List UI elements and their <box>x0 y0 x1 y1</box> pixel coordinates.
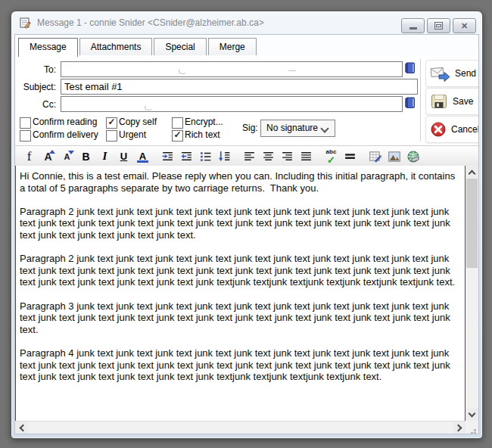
italic-button[interactable]: I <box>95 148 114 165</box>
indent-decrease-button[interactable] <box>177 148 196 165</box>
confirm-delivery-checkbox[interactable] <box>20 130 31 142</box>
cancel-red-x-icon <box>430 121 447 138</box>
paragraph-1: Hi Connie, this is a test email. Please … <box>20 170 458 194</box>
urgent-label: Urgent <box>119 129 146 141</box>
address-book-icon[interactable] <box>403 61 416 75</box>
indent-decrease-icon <box>180 150 193 163</box>
redacted-content <box>179 68 187 74</box>
tab-attachments[interactable]: Attachments <box>79 38 153 55</box>
cc-label: Cc: <box>17 97 56 113</box>
scroll-left-arrow[interactable] <box>15 422 28 434</box>
line-spacing-icon <box>218 150 231 163</box>
color-bar-icon <box>137 160 148 163</box>
insert-link-globe-icon <box>406 150 420 163</box>
horizontal-scrollbar[interactable] <box>15 421 466 434</box>
send-label: Send <box>455 68 476 79</box>
justify-icon <box>300 150 313 163</box>
minimize-button[interactable] <box>401 18 425 33</box>
insert-image-button[interactable] <box>385 148 403 165</box>
sig-label: Sig: <box>242 123 258 134</box>
resize-grip[interactable] <box>466 421 478 434</box>
send-envelope-icon <box>430 66 450 82</box>
font-color-button[interactable]: A <box>133 148 152 165</box>
confirm-reading-label: Confirm reading <box>33 117 97 128</box>
confirm-reading-checkbox[interactable] <box>20 117 31 129</box>
bullet-list-icon <box>199 150 212 163</box>
copy-self-label: Copy self <box>119 117 157 128</box>
scroll-up-arrow[interactable] <box>466 166 478 179</box>
to-label: To: <box>17 62 56 78</box>
increase-font-size-button[interactable]: A <box>39 148 58 165</box>
green-check-icon: ✓ <box>322 154 341 166</box>
cc-input[interactable] <box>61 96 403 112</box>
subject-input[interactable]: Test email #1 <box>61 79 418 95</box>
signature-select[interactable]: No signature <box>260 120 335 137</box>
scroll-down-arrow[interactable] <box>466 408 478 421</box>
message-body-editor: Hi Connie, this is a test email. Please … <box>15 166 478 434</box>
insert-table-button[interactable] <box>366 148 385 165</box>
insert-link-button[interactable] <box>403 148 422 165</box>
bullet-list-button[interactable] <box>196 148 215 165</box>
rich-text-checkbox[interactable]: ✓ <box>172 130 183 142</box>
indent-increase-button[interactable] <box>158 148 177 165</box>
message-body-text[interactable]: Hi Connie, this is a test email. Please … <box>15 166 466 421</box>
insert-table-icon <box>369 150 382 163</box>
align-right-icon <box>281 150 294 163</box>
vertical-scroll-thumb[interactable] <box>466 179 478 268</box>
cancel-label: Cancel <box>451 124 479 135</box>
to-input[interactable] <box>61 61 403 77</box>
up-triangle-icon <box>49 150 55 154</box>
maximize-icon <box>434 22 443 30</box>
horizontal-rule-icon <box>344 150 357 163</box>
formatting-toolbar: f A A B I U A <box>15 145 478 167</box>
line-spacing-button[interactable] <box>215 148 234 165</box>
font-select-button[interactable]: f <box>20 148 39 165</box>
bold-button[interactable]: B <box>76 148 95 165</box>
close-button[interactable]: ✕ <box>453 18 476 33</box>
vertical-scrollbar[interactable] <box>466 166 478 421</box>
signature-value: No signature <box>266 123 318 133</box>
align-left-button[interactable] <box>240 148 259 165</box>
header-form: To: Subject: Test email #1 Cc: <box>15 56 478 145</box>
align-center-button[interactable] <box>259 148 278 165</box>
redacted-content <box>288 70 296 71</box>
send-button[interactable]: Send <box>425 60 479 87</box>
tab-message[interactable]: Message <box>18 38 78 57</box>
down-triangle-icon <box>68 151 74 154</box>
indent-increase-icon <box>161 150 174 163</box>
address-book-icon[interactable] <box>403 96 416 110</box>
align-center-icon <box>262 150 275 163</box>
horizontal-rule-button[interactable] <box>341 148 360 165</box>
floppy-disk-icon <box>430 93 448 110</box>
rich-text-label: Rich text <box>185 129 220 141</box>
decrease-font-size-button[interactable]: A <box>58 148 76 165</box>
encrypt-checkbox[interactable] <box>172 117 183 129</box>
title-bar[interactable]: Message 1 - connie Snider <CSnider@alzhe… <box>11 11 482 34</box>
maximize-button[interactable] <box>427 18 450 33</box>
paragraph-2: Paragraph 2 junk text junk text junk tex… <box>20 206 458 241</box>
tab-special[interactable]: Special <box>154 38 206 55</box>
spell-check-button[interactable]: abc ✓ <box>322 148 341 165</box>
save-button[interactable]: Save <box>425 88 479 115</box>
tab-merge[interactable]: Merge <box>208 38 257 55</box>
tab-bar: Message Attachments Special Merge <box>18 38 475 58</box>
align-right-button[interactable] <box>278 148 297 165</box>
close-icon: ✕ <box>461 21 468 31</box>
confirm-delivery-label: Confirm delivery <box>33 129 98 141</box>
copy-self-checkbox[interactable]: ✓ <box>106 117 117 129</box>
save-label: Save <box>453 96 473 107</box>
encrypt-label: Encrypt... <box>185 117 223 128</box>
cancel-button[interactable]: Cancel <box>425 116 479 143</box>
justify-button[interactable] <box>297 148 316 165</box>
message-window: Message 1 - connie Snider <CSnider@alzhe… <box>11 11 483 439</box>
subject-label: Subject: <box>17 79 56 95</box>
chevron-down-icon <box>320 124 329 132</box>
paragraph-3: Paragraph 2 junk text junk text junk tex… <box>20 253 458 288</box>
message-note-icon <box>19 17 32 30</box>
paragraph-5: Paragraph 4 junk text junk text junk tex… <box>20 347 458 383</box>
underline-button[interactable]: U <box>114 148 133 165</box>
align-left-icon <box>243 150 256 163</box>
minimize-icon <box>409 27 417 30</box>
urgent-checkbox[interactable] <box>106 130 117 142</box>
scroll-right-arrow[interactable] <box>453 422 466 434</box>
